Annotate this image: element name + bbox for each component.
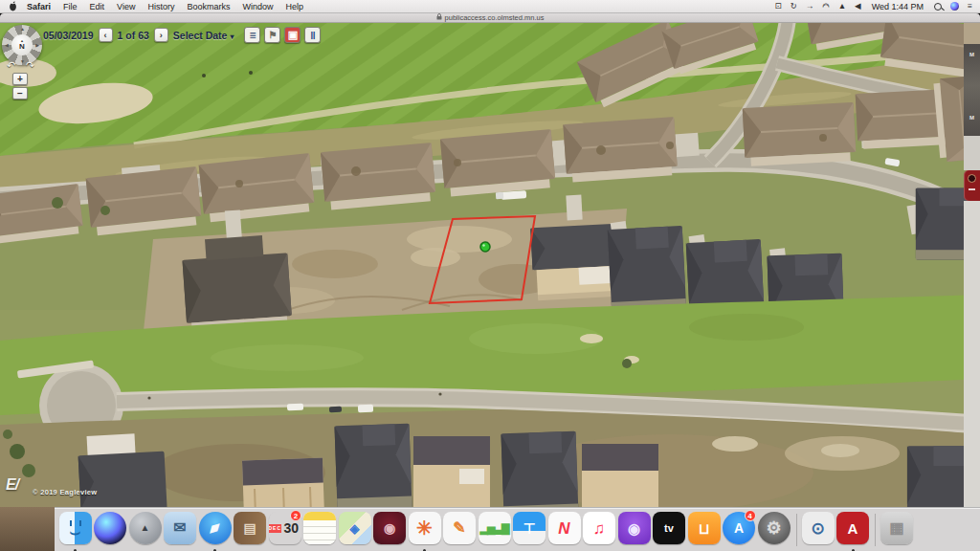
dock-apple-tv[interactable]: tv — [653, 512, 686, 550]
location-arrow-icon[interactable]: → — [806, 2, 814, 11]
zoom-out-button[interactable]: − — [12, 87, 28, 99]
compass-north-label: N — [19, 43, 25, 51]
compass-center[interactable]: ▲ N — [11, 34, 33, 55]
north-arrow-icon[interactable]: ▲ — [20, 26, 25, 32]
spotlight-icon[interactable] — [934, 3, 942, 11]
screen: SafariFileEditViewHistoryBookmarksWindow… — [0, 0, 980, 551]
toolbar-tools: ≡⚑▣‖ — [244, 27, 321, 43]
desktop-wallpaper — [0, 507, 55, 551]
dock-contacts[interactable]: ▤ — [234, 512, 267, 550]
dock-photo-booth[interactable]: ◉ — [373, 512, 407, 550]
menu-bookmarks[interactable]: Bookmarks — [187, 2, 230, 11]
address-text: publicaccess.co.olmsted.mn.us — [445, 13, 545, 22]
dock-divider — [792, 512, 800, 548]
next-date-button[interactable]: › — [154, 28, 168, 42]
eagleview-logo: E/ — [6, 476, 18, 494]
menu-view[interactable]: View — [117, 2, 135, 11]
aerial-imagery[interactable] — [0, 23, 980, 507]
dock-pages[interactable]: ✎ — [443, 512, 477, 550]
apple-menu-icon[interactable] — [9, 1, 17, 11]
select-date-dropdown[interactable]: Select Date ▾ — [173, 30, 234, 41]
display-mirroring-icon[interactable]: ⊡ — [775, 2, 782, 11]
dock-calendar[interactable]: DEC302 — [268, 512, 301, 550]
dock-music[interactable]: ♫ — [583, 512, 616, 550]
edge-glimpse-text: M — [964, 52, 980, 57]
west-arrow-icon[interactable]: ◀ — [5, 42, 9, 48]
edge-glimpse-text: M — [964, 115, 980, 121]
dock-keynote[interactable]: ⊤ — [513, 512, 546, 550]
menu-bar: SafariFileEditViewHistoryBookmarksWindow… — [0, 0, 980, 13]
dock-divider — [871, 512, 879, 548]
rotate-left-button[interactable]: ↶ — [7, 59, 15, 72]
pin-tool[interactable]: ⚑ — [264, 27, 280, 43]
dock-launchpad[interactable]: ▲ — [128, 512, 162, 550]
dock: ⌣▲✉◆▤DEC302◈◉✳✎▂▅▃▇⊤N♫◉tv⊔A4⚙⊙A▦ — [0, 507, 980, 551]
edge-segment — [964, 201, 980, 507]
menu-bar-clock[interactable]: Wed 1:44 PM — [872, 2, 924, 11]
export-images-tool[interactable]: ▣ — [284, 27, 301, 43]
dock-app-store[interactable]: A4 — [723, 512, 756, 550]
viewer-toolbar: 05/03/2019 ‹ 1 of 63 › Select Date ▾ ≡⚑▣… — [43, 27, 321, 43]
eject-icon[interactable]: ▲ — [838, 2, 846, 11]
caret-down-icon: ▾ — [230, 33, 234, 41]
dock-siri[interactable] — [94, 512, 127, 550]
dock-numbers[interactable]: ▂▅▃▇ — [478, 512, 511, 550]
dock-system-preferences[interactable]: ⚙ — [757, 512, 791, 550]
menu-window[interactable]: Window — [242, 2, 273, 11]
time-machine-icon[interactable]: ↻ — [791, 2, 797, 11]
dock-panel: ⌣▲✉◆▤DEC302◈◉✳✎▂▅▃▇⊤N♫◉tv⊔A4⚙⊙A▦ — [55, 507, 980, 551]
edge-segment: M M — [964, 44, 980, 136]
menu-safari[interactable]: Safari — [27, 2, 51, 11]
layers-tool[interactable]: ≡ — [244, 27, 260, 43]
dock-preview[interactable]: ⊙ — [801, 512, 835, 550]
position-label: 1 of 63 — [118, 30, 149, 41]
browser-title-bar[interactable]: publicaccess.co.olmsted.mn.us — [0, 13, 980, 23]
map-viewport[interactable]: 05/03/2019 ‹ 1 of 63 › Select Date ▾ ≡⚑▣… — [0, 23, 980, 507]
menu-help[interactable]: Help — [285, 2, 303, 11]
dock-photos[interactable]: ✳ — [408, 512, 441, 550]
dock-maps[interactable]: ◈ — [338, 512, 371, 550]
menu-edit[interactable]: Edit — [90, 2, 105, 11]
background-window-edge: M M — [964, 23, 980, 507]
dock-acrobat[interactable]: A — [836, 512, 870, 550]
feedback-tab[interactable] — [964, 170, 980, 201]
east-arrow-icon[interactable]: ▶ — [35, 42, 39, 48]
dock-trash[interactable]: ▦ — [880, 512, 914, 550]
date-label: 05/03/2019 — [43, 30, 94, 41]
dock-books[interactable]: ⊔ — [687, 512, 721, 550]
edge-segment — [964, 136, 980, 170]
menu-bar-status-area: ⊡↻→◠▲◀Wed 1:44 PM≡ — [775, 2, 980, 11]
rotate-right-button[interactable]: ↷ — [26, 59, 34, 72]
zoom-in-button[interactable]: + — [12, 73, 28, 85]
prev-date-button[interactable]: ‹ — [99, 28, 113, 42]
dock-finder[interactable]: ⌣ — [58, 512, 92, 550]
dock-podcasts[interactable]: ◉ — [617, 512, 651, 550]
dock-mail[interactable]: ✉ — [164, 512, 197, 550]
south-arrow-icon[interactable]: ▼ — [20, 58, 25, 64]
padlock-icon — [436, 13, 442, 22]
notification-center-icon[interactable]: ≡ — [968, 2, 972, 11]
compare-panes-tool[interactable]: ‖ — [304, 27, 321, 43]
siri-icon[interactable] — [950, 2, 959, 11]
edge-segment — [964, 23, 980, 44]
dock-notes[interactable] — [303, 512, 337, 550]
wifi-icon[interactable]: ◠ — [822, 3, 829, 11]
menu-history[interactable]: History — [147, 2, 174, 11]
dock-news[interactable]: N — [547, 512, 581, 550]
menu-file[interactable]: File — [63, 2, 78, 11]
dock-safari[interactable]: ◆ — [198, 512, 232, 550]
location-marker — [480, 242, 490, 252]
menu-list: SafariFileEditViewHistoryBookmarksWindow… — [27, 2, 303, 11]
map-attribution: © 2019 Eagleview — [33, 488, 97, 496]
volume-icon[interactable]: ◀ — [855, 2, 861, 11]
